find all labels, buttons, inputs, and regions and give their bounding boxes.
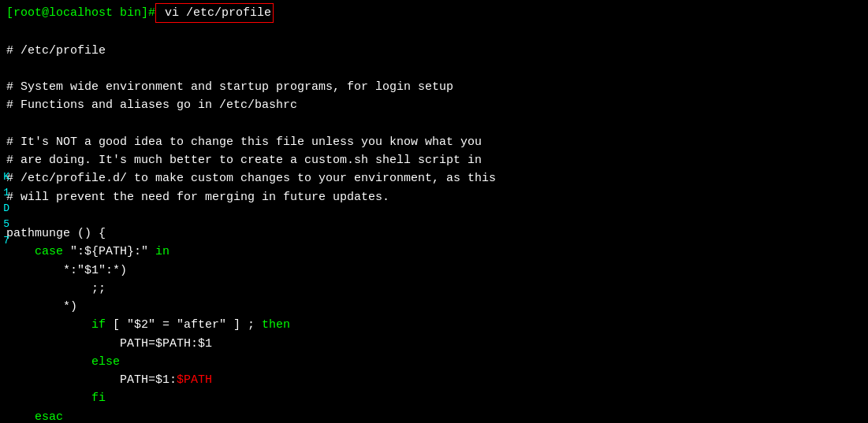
- comment-line-7: # will prevent the need for merging in f…: [6, 188, 862, 206]
- code-line-path-append: PATH=$PATH:$1: [6, 335, 862, 353]
- code-line-path-prepend: PATH=$1: $PATH: [6, 371, 862, 389]
- code-line-if: if [ "$2" = "after" ] ; then: [6, 316, 862, 334]
- code-line-case-pattern: *:"$1":*): [6, 262, 862, 280]
- comment-line-1: # /etc/profile: [6, 42, 862, 60]
- terminal-window: K 1 D 5 7 [root@localhost bin]# vi /etc/…: [0, 0, 868, 423]
- code-line-else: else: [6, 353, 862, 371]
- comment-line-2: # System wide environment and startup pr…: [6, 78, 862, 96]
- comment-line-5: # are doing. It's much better to create …: [6, 151, 862, 169]
- line-numbers: K 1 D 5 7: [0, 169, 9, 249]
- command-text: vi /etc/profile: [155, 3, 274, 23]
- comment-line-4: # It's NOT a good idea to change this fi…: [6, 133, 862, 151]
- empty-line-2: [6, 60, 862, 78]
- empty-line-3: [6, 115, 862, 133]
- empty-line-4: [6, 206, 862, 224]
- code-line-fi: fi: [6, 389, 862, 407]
- comment-line-6: # /etc/profile.d/ to make custom changes…: [6, 169, 862, 187]
- code-line-default-case: *): [6, 298, 862, 316]
- code-line-esac: esac: [6, 408, 862, 424]
- empty-line-1: [6, 23, 862, 41]
- code-line-double-semicolon: ;;: [6, 280, 862, 298]
- code-line-case: case ":${PATH}:" in: [6, 243, 862, 261]
- prompt-text: [root@localhost bin]#: [6, 4, 155, 22]
- prompt-line: [root@localhost bin]# vi /etc/profile: [6, 3, 862, 23]
- code-line-pathmunge: pathmunge () {: [6, 224, 862, 243]
- comment-line-3: # Functions and aliases go in /etc/bashr…: [6, 96, 862, 114]
